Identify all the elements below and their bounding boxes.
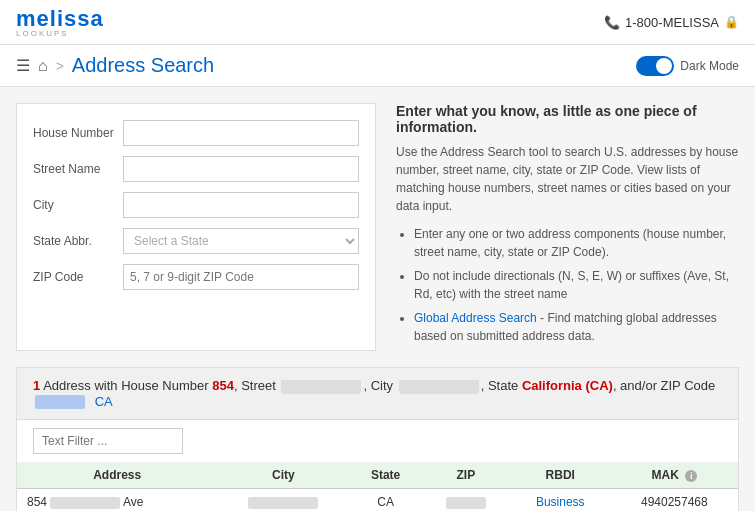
address-form: House Number Street Name City State Abbr… [16,103,376,351]
global-address-link[interactable]: Global Address Search [414,311,537,325]
zip-cell-redacted [446,497,486,509]
results-section: 1 Address with House Number 854, Street … [16,367,739,511]
logo-sub: LOOKUPS [16,29,69,38]
cell-state: CA [349,489,421,511]
results-count: 1 [33,378,40,393]
info-description: Use the Address Search tool to search U.… [396,143,739,215]
zip-label: ZIP Code [33,270,123,284]
col-state: State [349,462,421,489]
lock-icon: 🔒 [724,15,739,29]
house-number-result: 854 [212,378,234,393]
house-number-label: House Number [33,126,123,140]
results-table: Address City State ZIP RBDI MAK i 854 Av… [17,462,738,511]
zip-redacted [35,395,85,409]
street-cell-redacted [50,497,120,509]
col-address: Address [17,462,217,489]
text-filter-input[interactable] [33,428,183,454]
app-header: melissa LOOKUPS 📞 1-800-MELISSA 🔒 [0,0,755,45]
toggle-knob [656,58,672,74]
info-section: Enter what you know, as little as one pi… [376,103,739,351]
cell-mak: 4940257468 [611,489,738,511]
cell-city [217,489,349,511]
city-redacted [399,380,479,394]
nav-left: ☰ ⌂ > Address Search [16,54,214,77]
phone-number: 1-800-MELISSA [625,15,719,30]
street-name-input[interactable] [123,156,359,182]
street-name-label: Street Name [33,162,123,176]
state-label: State Abbr. [33,234,123,248]
city-cell-redacted [248,497,318,509]
house-number-input[interactable] [123,120,359,146]
results-header: 1 Address with House Number 854, Street … [17,368,738,420]
cell-zip [422,489,510,511]
filter-row [17,420,738,462]
info-bullet-1: Enter any one or two address components … [414,225,739,261]
state-result: California (CA) [522,378,613,393]
info-title: Enter what you know, as little as one pi… [396,103,739,135]
cell-rbdi: Business [510,489,611,511]
logo-area: melissa LOOKUPS [16,6,104,38]
info-list: Enter any one or two address components … [396,225,739,345]
dark-mode-toggle[interactable]: Dark Mode [636,56,739,76]
table-header-row: Address City State ZIP RBDI MAK i [17,462,738,489]
nav-separator: > [56,58,64,74]
col-city: City [217,462,349,489]
home-icon[interactable]: ⌂ [38,57,48,75]
main-content: House Number Street Name City State Abbr… [0,87,755,367]
city-input[interactable] [123,192,359,218]
house-number-row: House Number [33,120,359,146]
cell-address: 854 Ave [17,489,217,511]
info-bullet-3: Global Address Search - Find matching gl… [414,309,739,345]
street-redacted [281,380,361,394]
dark-mode-label: Dark Mode [680,59,739,73]
navbar: ☰ ⌂ > Address Search Dark Mode [0,45,755,87]
hamburger-menu[interactable]: ☰ [16,56,30,75]
info-bullet-2: Do not include directionals (N, S, E, W)… [414,267,739,303]
col-zip: ZIP [422,462,510,489]
rbdi-link[interactable]: Business [536,495,585,509]
city-row: City [33,192,359,218]
street-name-row: Street Name [33,156,359,182]
ca-badge: CA [95,394,113,409]
phone-icon: 📞 [604,15,620,30]
toggle-switch[interactable] [636,56,674,76]
city-label: City [33,198,123,212]
col-mak: MAK i [611,462,738,489]
col-rbdi: RBDI [510,462,611,489]
page-title: Address Search [72,54,214,77]
header-phone: 📞 1-800-MELISSA 🔒 [604,15,739,30]
zip-input[interactable] [123,264,359,290]
zip-row: ZIP Code [33,264,359,290]
table-row: 854 Ave CA Business 4940257468 [17,489,738,511]
state-row: State Abbr. Select a State California (C… [33,228,359,254]
state-select[interactable]: Select a State California (CA) New York … [123,228,359,254]
mak-info-icon[interactable]: i [685,470,697,482]
